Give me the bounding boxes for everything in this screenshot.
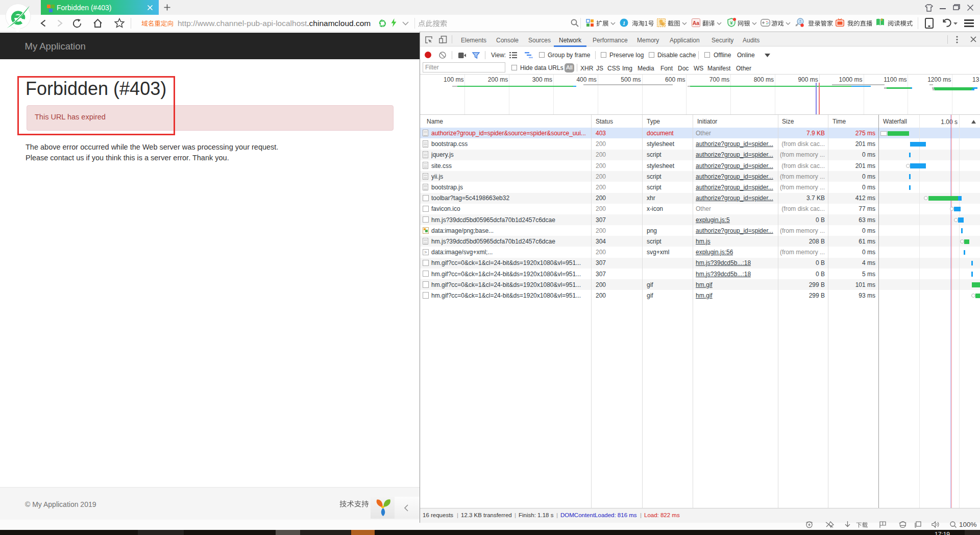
- svg-text:1: 1: [623, 20, 626, 26]
- svg-text:Aa: Aa: [693, 20, 700, 26]
- svg-text:✂: ✂: [659, 22, 663, 27]
- svg-text:¥: ¥: [730, 20, 733, 26]
